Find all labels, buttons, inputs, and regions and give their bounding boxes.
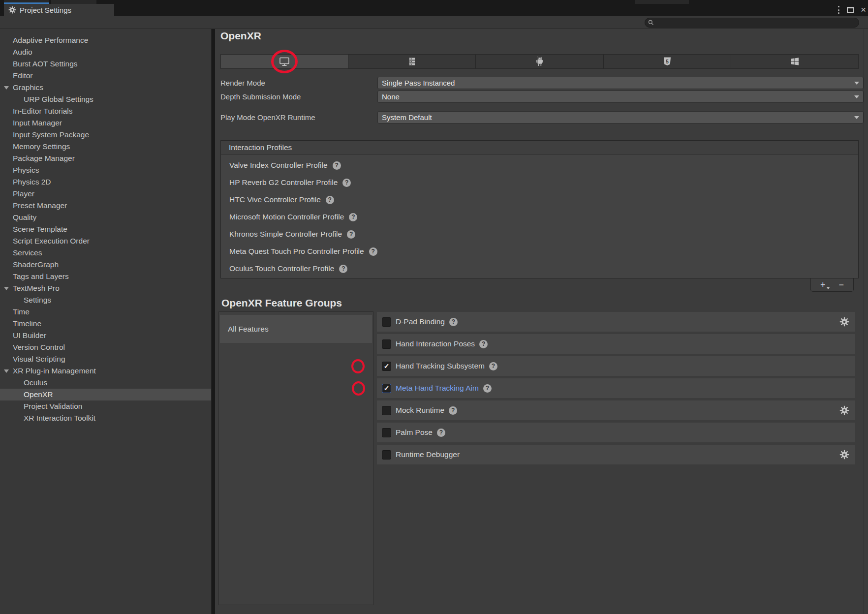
sidebar-item-project-validation[interactable]: Project Validation xyxy=(0,400,211,412)
help-icon[interactable]: ? xyxy=(347,230,355,239)
profile-row-htc-vive[interactable]: HTC Vive Controller Profile ? xyxy=(221,194,858,206)
checkbox[interactable] xyxy=(382,450,391,460)
profile-row-oculus-touch[interactable]: Oculus Touch Controller Profile ? xyxy=(221,263,858,275)
sidebar-item-memory-settings[interactable]: Memory Settings xyxy=(0,141,211,153)
help-icon[interactable]: ? xyxy=(326,196,334,204)
feature-settings-button[interactable] xyxy=(839,317,849,327)
feature-row-runtime-debugger: Runtime Debugger xyxy=(377,445,855,464)
foldout-open-icon[interactable] xyxy=(4,287,9,290)
profile-row-meta-quest-touch-pro[interactable]: Meta Quest Touch Pro Controller Profile … xyxy=(221,246,858,257)
depth-submission-dropdown[interactable]: None xyxy=(377,91,864,103)
sidebar-item-tags-and-layers[interactable]: Tags and Layers xyxy=(0,271,211,282)
profile-label: Valve Index Controller Profile xyxy=(229,161,328,170)
sidebar-item-time[interactable]: Time xyxy=(0,306,211,318)
window-title: Project Settings xyxy=(20,6,71,14)
feature-label: Mock Runtime xyxy=(396,406,444,415)
sidebar-item-xr-plugin-management[interactable]: XR Plug-in Management xyxy=(0,365,211,377)
dropdown-value: Single Pass Instanced xyxy=(382,79,455,87)
checkbox[interactable] xyxy=(382,406,391,415)
feature-group-all-features[interactable]: All Features xyxy=(220,315,372,343)
sidebar-item-graphics[interactable]: Graphics xyxy=(0,82,211,93)
sidebar-item-urp-global-settings[interactable]: URP Global Settings xyxy=(0,93,211,105)
close-button[interactable]: × xyxy=(861,4,866,16)
sidebar-item-in-editor-tutorials[interactable]: In-Editor Tutorials xyxy=(0,105,211,117)
sidebar-item-preset-manager[interactable]: Preset Manager xyxy=(0,200,211,212)
sidebar-item-visual-scripting[interactable]: Visual Scripting xyxy=(0,353,211,365)
foldout-open-icon[interactable] xyxy=(4,86,9,90)
feature-label: Palm Pose xyxy=(396,428,433,437)
sidebar-item-shadergraph[interactable]: ShaderGraph xyxy=(0,259,211,271)
search-input[interactable] xyxy=(645,18,859,28)
help-icon[interactable]: ? xyxy=(449,318,458,326)
checkbox[interactable] xyxy=(382,339,391,349)
sidebar-item-textmesh-pro[interactable]: TextMesh Pro xyxy=(0,282,211,294)
sidebar-item-oculus[interactable]: Oculus xyxy=(0,377,211,389)
sidebar-item-timeline[interactable]: Timeline xyxy=(0,318,211,330)
sidebar-item-physics[interactable]: Physics xyxy=(0,164,211,176)
help-icon[interactable]: ? xyxy=(437,429,445,437)
help-icon[interactable]: ? xyxy=(333,161,341,170)
help-icon[interactable]: ? xyxy=(349,213,357,221)
help-icon[interactable]: ? xyxy=(479,340,488,348)
tab-platform-android[interactable] xyxy=(476,55,603,68)
profile-row-khronos-simple[interactable]: Khronos Simple Controller Profile ? xyxy=(221,228,858,240)
help-icon[interactable]: ? xyxy=(489,362,497,370)
sidebar-item-burst-aot-settings[interactable]: Burst AOT Settings xyxy=(0,58,211,70)
help-icon[interactable]: ? xyxy=(369,247,377,256)
checkbox[interactable] xyxy=(382,428,391,437)
help-icon[interactable]: ? xyxy=(342,179,351,187)
chevron-down-icon xyxy=(854,82,859,85)
sidebar-item-script-execution-order[interactable]: Script Execution Order xyxy=(0,235,211,247)
feature-settings-button[interactable] xyxy=(839,450,849,460)
sidebar-item-scene-template[interactable]: Scene Template xyxy=(0,223,211,235)
project-settings-tab[interactable]: Project Settings xyxy=(4,4,114,16)
scrollbar-gutter[interactable] xyxy=(864,29,868,614)
sidebar-item-xr-interaction-toolkit[interactable]: XR Interaction Toolkit xyxy=(0,412,211,424)
chevron-down-icon xyxy=(854,116,859,119)
sidebar-item-input-system-package[interactable]: Input System Package xyxy=(0,129,211,141)
chevron-down-icon xyxy=(827,287,830,289)
tab-platform-pc[interactable] xyxy=(221,55,348,68)
foldout-open-icon[interactable] xyxy=(4,369,9,373)
profile-label: Microsoft Motion Controller Profile xyxy=(229,213,344,221)
sidebar-item-version-control[interactable]: Version Control xyxy=(0,341,211,353)
help-icon[interactable]: ? xyxy=(483,384,492,393)
sidebar-item-quality[interactable]: Quality xyxy=(0,212,211,223)
sidebar-item-package-manager[interactable]: Package Manager xyxy=(0,153,211,164)
tab-platform-uwp[interactable] xyxy=(731,55,858,68)
add-profile-button[interactable]: + xyxy=(820,279,830,291)
sidebar-item-adaptive-performance[interactable]: Adaptive Performance xyxy=(0,34,211,46)
profile-row-valve-index[interactable]: Valve Index Controller Profile ? xyxy=(221,159,858,171)
sidebar-item-ui-builder[interactable]: UI Builder xyxy=(0,330,211,341)
render-mode-label: Render Mode xyxy=(220,79,265,87)
help-icon[interactable]: ? xyxy=(339,265,347,273)
sidebar-item-tmp-settings[interactable]: Settings xyxy=(0,294,211,306)
checkbox[interactable] xyxy=(382,317,391,327)
checkbox-checked[interactable]: ✓ xyxy=(382,384,391,393)
help-icon[interactable]: ? xyxy=(449,406,457,415)
window-menu-button[interactable] xyxy=(838,6,840,14)
feature-settings-button[interactable] xyxy=(839,405,849,415)
sidebar-item-physics-2d[interactable]: Physics 2D xyxy=(0,176,211,188)
profile-row-hp-reverb-g2[interactable]: HP Reverb G2 Controller Profile ? xyxy=(221,177,858,188)
inspector-tab-sliver xyxy=(635,0,689,4)
tab-platform-dedicated-server[interactable] xyxy=(348,55,476,68)
window-titlebar[interactable]: Project Settings × xyxy=(0,4,868,16)
sidebar-item-input-manager[interactable]: Input Manager xyxy=(0,117,211,129)
chevron-down-icon xyxy=(854,95,859,98)
profile-label: HTC Vive Controller Profile xyxy=(229,195,321,204)
profile-row-microsoft-motion[interactable]: Microsoft Motion Controller Profile ? xyxy=(221,211,858,223)
tab-platform-webgl[interactable]: 5 xyxy=(604,55,731,68)
play-mode-runtime-dropdown[interactable]: System Default xyxy=(377,111,864,123)
maximize-button[interactable] xyxy=(847,7,854,13)
checkbox-checked[interactable]: ✓ xyxy=(382,362,391,371)
render-mode-dropdown[interactable]: Single Pass Instanced xyxy=(377,77,864,89)
remove-profile-button[interactable]: − xyxy=(838,279,844,291)
sidebar-item-services[interactable]: Services xyxy=(0,247,211,259)
gear-icon xyxy=(8,6,16,14)
sidebar-item-audio[interactable]: Audio xyxy=(0,46,211,58)
sidebar-item-editor[interactable]: Editor xyxy=(0,70,211,82)
settings-sidebar: Adaptive Performance Audio Burst AOT Set… xyxy=(0,29,212,614)
sidebar-item-openxr[interactable]: OpenXR xyxy=(0,389,211,400)
sidebar-item-player[interactable]: Player xyxy=(0,188,211,200)
